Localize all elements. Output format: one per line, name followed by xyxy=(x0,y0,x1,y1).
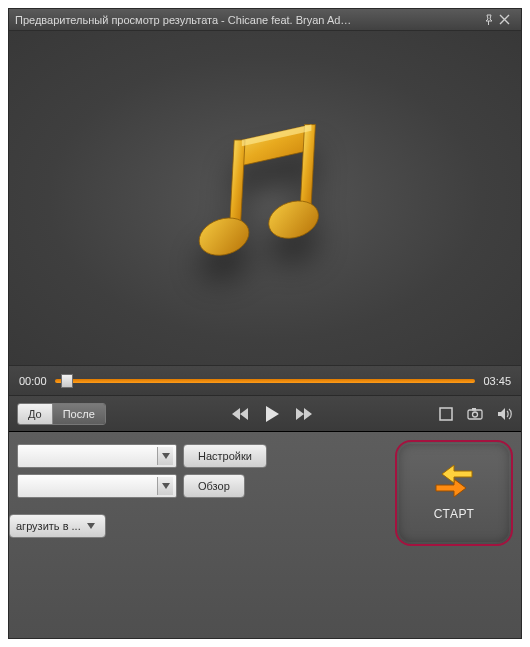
seek-handle[interactable] xyxy=(61,374,73,388)
current-time-label: 00:00 xyxy=(19,375,47,387)
svg-point-6 xyxy=(473,412,478,417)
titlebar: Предварительный просмотр результата - Ch… xyxy=(9,9,521,31)
fullscreen-button[interactable] xyxy=(439,407,453,421)
camera-icon xyxy=(467,407,483,420)
chevron-down-icon xyxy=(157,447,173,465)
pin-button[interactable] xyxy=(483,14,499,26)
play-icon xyxy=(264,405,280,423)
volume-button[interactable] xyxy=(497,407,513,421)
before-button[interactable]: До xyxy=(18,404,53,424)
preview-area xyxy=(9,31,521,366)
seek-bar-row: 00:00 03:45 xyxy=(9,366,521,396)
controls-row: До После xyxy=(9,396,521,432)
fullscreen-icon xyxy=(439,407,453,421)
bottom-panel: Настройки Обзор агрузить в ... xyxy=(9,432,521,638)
close-button[interactable] xyxy=(499,14,515,25)
rewind-icon xyxy=(230,407,250,421)
upload-row: агрузить в ... xyxy=(17,514,387,538)
total-time-label: 03:45 xyxy=(483,375,511,387)
forward-button[interactable] xyxy=(294,407,314,421)
right-control-icons xyxy=(439,407,513,421)
svg-point-2 xyxy=(194,212,253,262)
seek-track[interactable] xyxy=(55,379,476,383)
start-button-label: СТАРТ xyxy=(434,507,475,521)
svg-rect-7 xyxy=(472,408,476,411)
music-note-icon xyxy=(185,113,345,283)
speaker-icon xyxy=(497,407,513,421)
start-button[interactable]: СТАРТ xyxy=(395,440,513,546)
snapshot-button[interactable] xyxy=(467,407,483,420)
convert-arrows-icon xyxy=(430,465,478,499)
close-icon xyxy=(499,14,510,25)
rewind-button[interactable] xyxy=(230,407,250,421)
pin-icon xyxy=(483,14,495,26)
chevron-down-icon xyxy=(87,523,95,529)
bottom-left-column: Настройки Обзор агрузить в ... xyxy=(17,440,387,630)
svg-point-3 xyxy=(264,195,323,245)
upload-button-label: агрузить в ... xyxy=(16,520,81,532)
window-title: Предварительный просмотр результата - Ch… xyxy=(15,14,483,26)
format-dropdown[interactable] xyxy=(17,444,177,468)
browse-button[interactable]: Обзор xyxy=(183,474,245,498)
settings-button[interactable]: Настройки xyxy=(183,444,267,468)
folder-dropdown[interactable] xyxy=(17,474,177,498)
before-after-toggle: До После xyxy=(17,403,106,425)
browse-row: Обзор xyxy=(17,474,387,498)
svg-rect-4 xyxy=(440,408,452,420)
after-button[interactable]: После xyxy=(53,404,105,424)
play-button[interactable] xyxy=(264,405,280,423)
transport-controls xyxy=(230,405,314,423)
forward-icon xyxy=(294,407,314,421)
player-window: Предварительный просмотр результата - Ch… xyxy=(8,8,522,639)
chevron-down-icon xyxy=(157,477,173,495)
settings-row: Настройки xyxy=(17,444,387,468)
upload-button[interactable]: агрузить в ... xyxy=(9,514,106,538)
